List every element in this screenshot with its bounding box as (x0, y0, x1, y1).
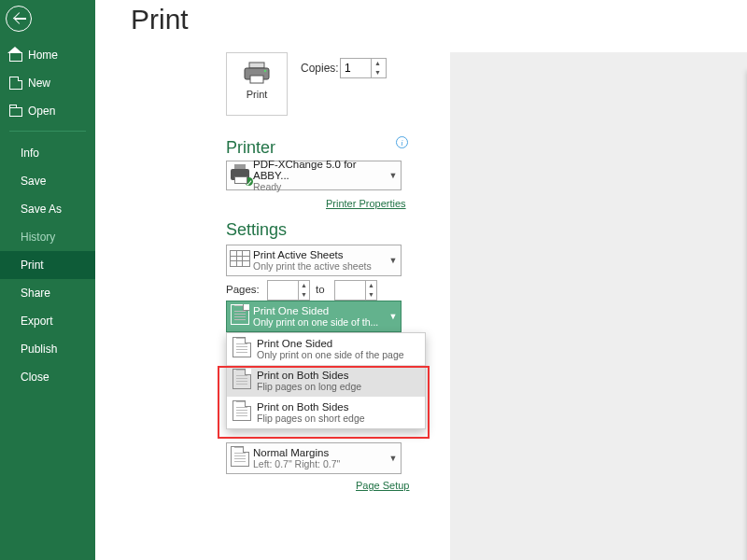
info-icon[interactable]: i (396, 136, 408, 148)
folder-icon (9, 107, 22, 117)
sided-line2: Only print on one side of th... (253, 316, 386, 328)
sided-option-one-sided[interactable]: Print One SidedOnly print on one side of… (227, 333, 425, 365)
nav-close[interactable]: Close (0, 363, 95, 391)
option-line2: Only print on one side of the page (257, 349, 404, 360)
nav-export[interactable]: Export (0, 307, 95, 335)
settings-heading: Settings (226, 220, 287, 240)
page-flip-short-icon (233, 400, 257, 425)
print-what-line2: Only print the active sheets (253, 260, 386, 272)
printer-status: Ready (253, 181, 386, 192)
pages-from-input[interactable]: ▲▼ (267, 280, 310, 301)
back-button[interactable] (6, 6, 32, 32)
nav-history[interactable]: History (0, 223, 95, 251)
option-line1: Print on Both Sides (257, 401, 365, 413)
chevron-down-icon: ▼ (386, 256, 401, 265)
nav-label: Save (21, 175, 46, 188)
copies-input[interactable]: ▲▼ (340, 58, 387, 78)
nav-label: Share (21, 287, 50, 300)
copies-field[interactable] (341, 59, 371, 77)
page-single-icon (227, 304, 253, 329)
printer-icon (243, 61, 271, 85)
page-setup-link[interactable]: Page Setup (356, 480, 410, 491)
spinner-down-icon[interactable]: ▼ (298, 290, 309, 300)
page-flip-long-icon (233, 369, 257, 393)
page-single-icon (233, 337, 257, 361)
margins-icon (227, 446, 253, 470)
sheets-icon (227, 250, 253, 271)
nav-home[interactable]: Home (0, 41, 95, 69)
home-icon (9, 49, 22, 62)
option-line1: Print One Sided (257, 338, 404, 349)
sided-option-both-short[interactable]: Print on Both SidesFlip pages on short e… (227, 397, 425, 428)
sided-dropdown[interactable]: Print One SidedOnly print on one side of… (226, 301, 402, 332)
spinner-up-icon[interactable]: ▲ (365, 281, 376, 290)
nav-label: History (21, 231, 55, 244)
spinner-down-icon[interactable]: ▼ (365, 290, 376, 300)
nav-share[interactable]: Share (0, 279, 95, 307)
margins-dropdown[interactable]: Normal MarginsLeft: 0.7" Right: 0.7" ▼ (226, 442, 402, 474)
nav-print[interactable]: Print (0, 251, 95, 279)
nav-new[interactable]: New (0, 69, 95, 97)
page-title: Print (131, 4, 747, 35)
option-line2: Flip pages on short edge (257, 413, 365, 424)
nav-publish[interactable]: Publish (0, 335, 95, 363)
spinner-up-icon[interactable]: ▲ (298, 281, 309, 290)
print-preview-area: Creative Service Type A: Minimum Video C… (450, 52, 747, 560)
sided-line1: Print One Sided (253, 305, 386, 316)
nav-label: Info (21, 147, 39, 160)
pages-to-field[interactable] (335, 281, 365, 300)
nav-label: Close (21, 371, 49, 384)
nav-label: Home (28, 49, 58, 62)
nav-label: Print (21, 259, 44, 272)
sided-option-both-long[interactable]: Print on Both SidesFlip pages on long ed… (227, 365, 425, 397)
print-button[interactable]: Print (226, 52, 288, 116)
backstage-sidebar: Home New Open Info Save Save As History … (0, 0, 95, 560)
nav-save[interactable]: Save (0, 167, 95, 195)
nav-label: Publish (21, 343, 57, 356)
print-button-label: Print (227, 89, 287, 100)
printer-properties-link[interactable]: Printer Properties (326, 198, 406, 209)
chevron-down-icon: ▼ (386, 312, 401, 321)
sided-options-popup: Print One SidedOnly print on one side of… (226, 332, 426, 429)
nav-info[interactable]: Info (0, 139, 95, 167)
document-icon (9, 77, 22, 90)
pages-label: Pages: (226, 284, 260, 295)
chevron-down-icon: ▼ (386, 171, 401, 180)
printer-ready-icon (227, 167, 253, 184)
pages-to-input[interactable]: ▲▼ (334, 280, 377, 301)
nav-label: Save As (21, 203, 62, 216)
nav-label: New (28, 77, 50, 90)
nav-label: Open (28, 105, 55, 118)
margins-line2: Left: 0.7" Right: 0.7" (253, 458, 386, 469)
svg-rect-2 (250, 76, 263, 83)
spinner-up-icon[interactable]: ▲ (371, 59, 384, 68)
print-pane: Print Print Copies: ▲▼ Printer i PDF-XCh… (95, 0, 747, 560)
nav-open[interactable]: Open (0, 97, 95, 125)
option-line2: Flip pages on long edge (257, 381, 361, 392)
pages-to-label: to (316, 284, 325, 295)
margins-line1: Normal Margins (253, 447, 386, 458)
svg-rect-0 (249, 63, 264, 68)
spinner-down-icon[interactable]: ▼ (371, 68, 384, 77)
printer-dropdown[interactable]: PDF-XChange 5.0 for ABBY...Ready ▼ (226, 161, 402, 190)
print-what-line1: Print Active Sheets (253, 249, 386, 260)
pages-from-field[interactable] (268, 281, 298, 300)
printer-name: PDF-XChange 5.0 for ABBY... (253, 159, 386, 181)
nav-save-as[interactable]: Save As (0, 195, 95, 223)
print-what-dropdown[interactable]: Print Active SheetsOnly print the active… (226, 245, 402, 276)
copies-label: Copies: (301, 62, 339, 75)
sidebar-divider (9, 131, 86, 132)
svg-point-3 (264, 70, 267, 73)
nav-label: Export (21, 315, 53, 328)
chevron-down-icon: ▼ (386, 454, 401, 463)
option-line1: Print on Both Sides (257, 370, 361, 381)
